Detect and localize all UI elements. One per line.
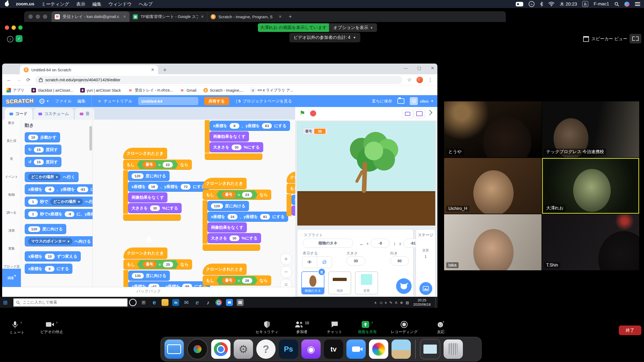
stage-fullscreen-button[interactable] (428, 111, 431, 116)
maximize-button[interactable]: ▢ (417, 66, 421, 71)
stop-video-button[interactable]: ∧ ビデオの停止 (40, 321, 63, 335)
value-bubble[interactable]: 10 (28, 135, 38, 140)
value-bubble[interactable]: 10 (45, 254, 55, 259)
video-menu-chevron[interactable]: ∧ (56, 321, 58, 324)
zoom-minimize-button[interactable] (12, 25, 16, 30)
value-bubble[interactable]: 26 (242, 278, 252, 283)
taskbar-icon-store[interactable]: 🛍 (171, 298, 180, 307)
value-bubble[interactable]: 88 (182, 284, 192, 287)
ime-indicator[interactable]: あ (582, 1, 588, 7)
close-button[interactable]: ✕ (431, 66, 434, 71)
zoom-close-button[interactable] (5, 25, 9, 30)
mute-menu-chevron[interactable]: ∧ (20, 321, 22, 324)
project-page-button[interactable]: ❲5プロジェクトページを見る (235, 99, 292, 104)
variable-chip[interactable]: 番号 (142, 161, 156, 168)
stack-block[interactable]: x座標を24、y座標を81にする (207, 212, 288, 222)
green-flag-button[interactable]: ⚑ (299, 109, 305, 117)
category-調べる[interactable]: 調べる (2, 210, 21, 215)
reload-button[interactable]: ⟳ (26, 77, 30, 83)
stack-block[interactable]: 画像効果をなくす (291, 205, 295, 216)
tray-icon[interactable]: ◁ (379, 301, 382, 305)
new-tab-button-bg[interactable]: + (289, 14, 292, 20)
value-bubble[interactable]: 24 (228, 214, 237, 220)
category-制御[interactable]: 制御 (2, 193, 21, 197)
value-bubble[interactable]: -9 (65, 211, 74, 217)
bookmark-item[interactable]: MGmail (180, 88, 196, 93)
taskbar-icon-board[interactable] (236, 298, 245, 307)
bookmark-item[interactable]: SScratch - Imagine,... (203, 88, 243, 93)
background-tab[interactable]: M受信トレイ - kan.daiki@gmail.c✕ (52, 11, 129, 22)
windows-search-box[interactable]: ここに入力して検索 (13, 298, 127, 306)
sprite-size-input[interactable]: 30 (346, 256, 365, 265)
taskbar-icon-ie[interactable]: e (193, 298, 202, 307)
value-bubble[interactable]: -9 (45, 187, 54, 192)
bookmark-item[interactable]: ⋕yuri | airCloset Slack (80, 88, 121, 93)
taskbar-icon-taskview[interactable]: ⊞ (139, 298, 148, 307)
category-イベント[interactable]: イベント (2, 175, 21, 179)
variable-chip[interactable]: 番号 (222, 277, 236, 284)
participant-tile[interactable]: テックプログレス 今治連携校 (542, 101, 639, 157)
save-now-link[interactable]: 直ちに保存 (372, 99, 392, 104)
dock-icon-finder[interactable] (164, 339, 184, 359)
value-bubble[interactable]: 22 (163, 162, 173, 168)
menu-item-ヘルプ[interactable]: ヘルプ (139, 1, 153, 7)
equals-operator[interactable]: 番号=22 (137, 160, 178, 169)
if-end-bar[interactable] (123, 214, 181, 221)
taskbar-icon-chrome[interactable] (214, 298, 223, 307)
mute-button[interactable]: ∧ ミュート (8, 321, 26, 335)
delete-sprite-badge[interactable]: 🗑 (318, 268, 325, 276)
tray-icon[interactable]: A (395, 301, 397, 305)
small-stage-button[interactable] (402, 109, 413, 118)
stack-block[interactable]: 画像効果をなくす (210, 131, 249, 142)
security-shield-icon[interactable]: ✓ (16, 35, 23, 42)
dock-icon-picture[interactable] (391, 339, 411, 359)
show-sprite-button[interactable]: 👁 (302, 257, 317, 268)
menu-item-zoom.us[interactable]: zoom.us (16, 1, 34, 7)
stack-block[interactable]: x座標を8、y座標を63にする (210, 121, 290, 131)
value-bubble[interactable]: 30 (229, 235, 239, 241)
tray-icon[interactable]: ▤ (406, 301, 409, 305)
leave-meeting-button[interactable]: 終了 (619, 326, 641, 335)
stack-block[interactable]: 120度に向ける (128, 171, 170, 181)
bookmark-item[interactable]: ⋕Slackbot | airCloset... (31, 88, 73, 93)
value-bubble[interactable]: 23 (242, 192, 252, 198)
chrome-menu-icon[interactable]: ⋮ (428, 77, 433, 83)
equals-operator[interactable]: 番号=23 (217, 190, 258, 199)
taskbar-icon-opera[interactable] (128, 298, 137, 307)
value-bubble[interactable]: 16 (148, 184, 158, 190)
value-bubble[interactable]: 15 (34, 147, 44, 153)
stack-block[interactable]: ↺15度回す (25, 157, 61, 167)
stack-block[interactable]: 大きさを30%にする (210, 142, 263, 152)
value-bubble[interactable]: 72 (181, 184, 191, 190)
bookmark-star-icon[interactable]: ☆ (407, 77, 412, 83)
meeting-info-icon[interactable]: i (7, 36, 13, 42)
category-見た目[interactable]: 見た目 (2, 139, 21, 143)
forward-button[interactable]: → (16, 77, 21, 83)
equals-operator[interactable]: 番号=25 (137, 260, 178, 269)
script[interactable]: x座標を8、y座標を63にする画像効果をなくす大きさを30%にする (205, 120, 290, 160)
window-minimize-inactive[interactable] (36, 14, 40, 19)
stack-block[interactable]: x座標を10ずつ変える (25, 251, 81, 261)
script[interactable]: クローンされたときもし番号=26なら (203, 264, 271, 287)
palette-scrollbar[interactable] (89, 126, 92, 151)
chrome-active-tab[interactable]: S Untitled-64 on Scratch ✕ (20, 65, 158, 74)
stack-block[interactable]: 120度に向ける (207, 201, 249, 211)
taskbar-icon-folder[interactable] (160, 298, 170, 307)
apple-logo-icon[interactable] (5, 2, 9, 6)
creative-cloud-icon[interactable]: ∞ (529, 0, 535, 8)
participant-tile[interactable]: Uichiro_H (444, 158, 541, 214)
search-icon[interactable] (614, 0, 619, 8)
large-stage-button[interactable] (414, 109, 425, 118)
tab-close-icon[interactable]: ✕ (123, 14, 126, 19)
stack-block[interactable]: 画像効果をなくす (128, 192, 167, 202)
dock-icon-zoom[interactable] (346, 339, 366, 359)
start-button[interactable]: ⊞ (1, 298, 10, 307)
my-stuff-folder-icon[interactable] (397, 98, 404, 104)
category-変数[interactable]: 変数 (2, 246, 21, 251)
zoom-reset-button[interactable]: = (280, 279, 292, 287)
add-extension-button[interactable]: ≕+ (2, 269, 21, 287)
zoom-camera-icon[interactable] (516, 0, 523, 8)
stop-button[interactable] (310, 110, 316, 116)
script[interactable]: クローンされたときもし番号=25なら135度に向けるx座標を-42、y座標を88… (123, 248, 210, 287)
if-block[interactable]: もし番号=25なら (123, 259, 192, 269)
